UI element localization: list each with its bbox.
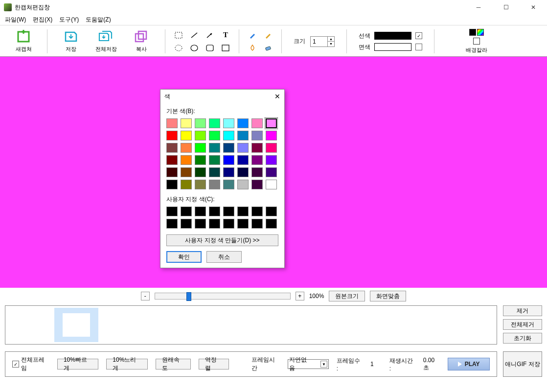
size-up[interactable]: ▲ (328, 37, 334, 42)
basic-color-18[interactable] (195, 143, 206, 153)
linecolor-swatch[interactable] (374, 32, 411, 40)
basic-color-33[interactable] (181, 167, 192, 177)
basic-color-12[interactable] (223, 131, 234, 140)
basic-color-6[interactable] (251, 118, 263, 128)
line-icon[interactable] (190, 31, 199, 40)
basic-color-47[interactable] (266, 180, 277, 189)
basic-color-27[interactable] (209, 155, 220, 165)
frame-list[interactable] (5, 305, 497, 345)
dialog-close-icon[interactable]: ✕ (274, 92, 280, 100)
basic-color-7[interactable] (266, 118, 277, 128)
custom-color-9[interactable] (181, 219, 192, 229)
play-button[interactable]: PLAY (448, 358, 490, 370)
remove-all-frames-button[interactable]: 전체제거 (503, 319, 542, 330)
basic-color-2[interactable] (195, 118, 206, 128)
custom-color-5[interactable] (237, 207, 249, 216)
basic-color-31[interactable] (266, 155, 277, 165)
gif-save-button[interactable]: 애니GIF 저장 (503, 351, 542, 377)
dialog-ok-button[interactable]: 확인 (166, 251, 202, 263)
basic-color-21[interactable] (237, 143, 249, 153)
basic-color-37[interactable] (237, 167, 249, 177)
basic-color-43[interactable] (209, 180, 220, 189)
save-button[interactable]: 저장 (53, 26, 89, 56)
basic-color-1[interactable] (181, 118, 192, 128)
menu-help[interactable]: 도움말(Z) (86, 16, 111, 24)
basic-color-30[interactable] (251, 155, 263, 165)
basic-color-23[interactable] (266, 143, 277, 153)
basic-color-32[interactable] (166, 167, 178, 177)
basic-color-41[interactable] (181, 180, 192, 189)
minimize-button[interactable]: ─ (469, 0, 488, 14)
linecolor-checkbox[interactable]: ✓ (415, 32, 422, 39)
custom-color-11[interactable] (209, 219, 220, 229)
reverse-button[interactable]: 역정렬 (199, 359, 228, 369)
pencil-icon[interactable] (248, 31, 257, 40)
newcapture-button[interactable]: 새캡쳐 (6, 26, 41, 56)
bgcolor-white[interactable] (473, 38, 480, 45)
custom-color-13[interactable] (237, 219, 249, 229)
ellipse-icon[interactable] (190, 44, 199, 52)
allframes-checkbox[interactable]: ✓ 전체프레임 (12, 356, 49, 372)
basic-color-38[interactable] (251, 167, 263, 177)
dialog-cancel-button[interactable]: 취소 (206, 251, 242, 263)
basic-color-22[interactable] (251, 143, 263, 153)
basic-color-10[interactable] (195, 131, 206, 140)
zoom-in-button[interactable]: + (296, 292, 304, 300)
remove-frame-button[interactable]: 제거 (503, 305, 542, 316)
eraser-icon[interactable] (264, 44, 273, 52)
zoom-slider[interactable] (155, 293, 291, 300)
ellipse-select-icon[interactable] (174, 44, 183, 52)
zoom-slider-thumb[interactable] (186, 292, 191, 301)
basic-color-26[interactable] (195, 155, 206, 165)
basic-color-16[interactable] (166, 143, 178, 153)
basic-color-11[interactable] (209, 131, 220, 140)
basic-color-24[interactable] (166, 155, 178, 165)
basic-color-42[interactable] (195, 180, 206, 189)
zoom-out-button[interactable]: - (141, 292, 150, 300)
define-custom-button[interactable]: 사용자 지정 색 만들기(D) >> (166, 234, 278, 246)
basic-color-45[interactable] (237, 180, 249, 189)
frame-thumb[interactable] (54, 308, 98, 342)
frametime-select[interactable]: 지연없음 ▼ (288, 359, 329, 369)
copy-button[interactable]: 복사 (124, 26, 159, 56)
custom-color-4[interactable] (223, 207, 234, 216)
basic-color-0[interactable] (166, 118, 178, 128)
slower-button[interactable]: 10%느리게 (106, 359, 147, 369)
zoom-original-button[interactable]: 원본크기 (329, 291, 365, 301)
basic-color-5[interactable] (237, 118, 249, 128)
basic-color-46[interactable] (251, 180, 263, 189)
custom-color-2[interactable] (195, 207, 206, 216)
custom-color-10[interactable] (195, 219, 206, 229)
basic-color-19[interactable] (209, 143, 220, 153)
menu-tools[interactable]: 도구(Y) (59, 16, 79, 24)
reset-frames-button[interactable]: 초기화 (503, 333, 542, 344)
basic-color-9[interactable] (181, 131, 192, 140)
basic-color-20[interactable] (223, 143, 234, 153)
custom-color-12[interactable] (223, 219, 234, 229)
basic-color-44[interactable] (223, 180, 234, 189)
basic-color-17[interactable] (181, 143, 192, 153)
basic-color-39[interactable] (266, 167, 277, 177)
close-button[interactable]: ✕ (524, 0, 543, 14)
basic-color-28[interactable] (223, 155, 234, 165)
basic-color-15[interactable] (266, 131, 277, 140)
blur-icon[interactable] (248, 44, 257, 52)
rect-icon[interactable] (221, 44, 230, 52)
arrow-icon[interactable] (205, 31, 214, 40)
basic-color-3[interactable] (209, 118, 220, 128)
basic-color-36[interactable] (223, 167, 234, 177)
custom-color-0[interactable] (166, 207, 178, 216)
size-spinner[interactable]: ▲▼ (310, 36, 335, 47)
custom-color-6[interactable] (251, 207, 263, 216)
fillcolor-checkbox[interactable] (415, 44, 422, 50)
basic-color-25[interactable] (181, 155, 192, 165)
maximize-button[interactable]: ☐ (496, 0, 516, 14)
basic-color-35[interactable] (209, 167, 220, 177)
fillcolor-swatch[interactable] (374, 43, 411, 51)
menu-file[interactable]: 파일(W) (5, 16, 26, 24)
faster-button[interactable]: 10%빠르게 (57, 359, 98, 369)
menu-edit[interactable]: 편집(X) (33, 16, 52, 24)
saveall-button[interactable]: 전체저장 (89, 26, 124, 56)
basic-color-29[interactable] (237, 155, 249, 165)
size-down[interactable]: ▼ (328, 42, 334, 46)
